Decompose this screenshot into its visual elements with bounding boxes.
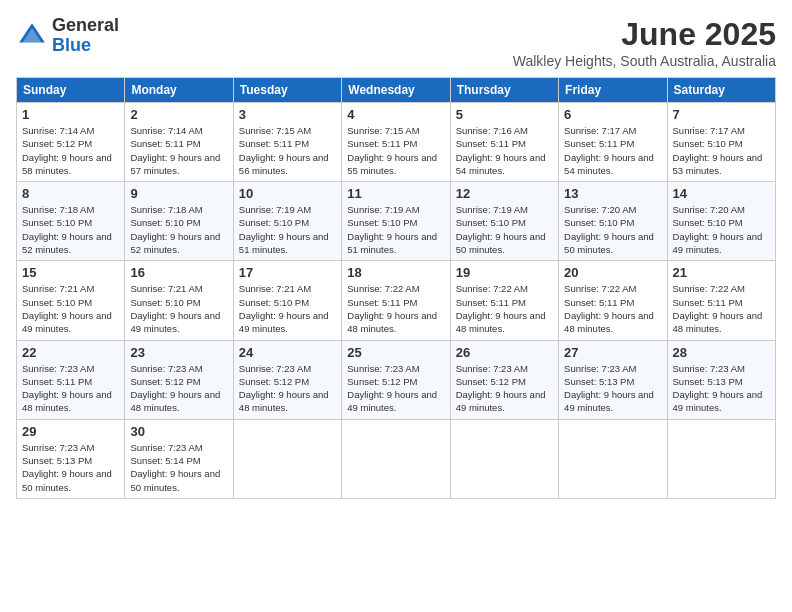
day-detail: Sunrise: 7:20 AMSunset: 5:10 PMDaylight:… (673, 204, 763, 255)
day-number: 23 (130, 345, 227, 360)
day-detail: Sunrise: 7:21 AMSunset: 5:10 PMDaylight:… (239, 283, 329, 334)
calendar-cell (450, 419, 558, 498)
day-detail: Sunrise: 7:23 AMSunset: 5:12 PMDaylight:… (239, 363, 329, 414)
day-detail: Sunrise: 7:23 AMSunset: 5:13 PMDaylight:… (564, 363, 654, 414)
location-title: Walkley Heights, South Australia, Austra… (513, 53, 776, 69)
title-area: June 2025 Walkley Heights, South Austral… (513, 16, 776, 69)
day-detail: Sunrise: 7:19 AMSunset: 5:10 PMDaylight:… (456, 204, 546, 255)
header-row: SundayMondayTuesdayWednesdayThursdayFrid… (17, 78, 776, 103)
day-number: 11 (347, 186, 444, 201)
day-number: 25 (347, 345, 444, 360)
header-wednesday: Wednesday (342, 78, 450, 103)
day-number: 7 (673, 107, 770, 122)
calendar-cell: 4 Sunrise: 7:15 AMSunset: 5:11 PMDayligh… (342, 103, 450, 182)
logo-text: General Blue (52, 16, 119, 56)
calendar-cell: 26 Sunrise: 7:23 AMSunset: 5:12 PMDaylig… (450, 340, 558, 419)
header-thursday: Thursday (450, 78, 558, 103)
header-tuesday: Tuesday (233, 78, 341, 103)
calendar-cell (559, 419, 667, 498)
calendar-cell: 5 Sunrise: 7:16 AMSunset: 5:11 PMDayligh… (450, 103, 558, 182)
day-detail: Sunrise: 7:18 AMSunset: 5:10 PMDaylight:… (22, 204, 112, 255)
day-detail: Sunrise: 7:20 AMSunset: 5:10 PMDaylight:… (564, 204, 654, 255)
day-detail: Sunrise: 7:23 AMSunset: 5:12 PMDaylight:… (456, 363, 546, 414)
calendar-cell: 15 Sunrise: 7:21 AMSunset: 5:10 PMDaylig… (17, 261, 125, 340)
day-number: 29 (22, 424, 119, 439)
week-row-4: 22 Sunrise: 7:23 AMSunset: 5:11 PMDaylig… (17, 340, 776, 419)
day-number: 27 (564, 345, 661, 360)
day-number: 22 (22, 345, 119, 360)
calendar-cell: 9 Sunrise: 7:18 AMSunset: 5:10 PMDayligh… (125, 182, 233, 261)
header-friday: Friday (559, 78, 667, 103)
day-number: 2 (130, 107, 227, 122)
day-number: 1 (22, 107, 119, 122)
calendar-cell: 19 Sunrise: 7:22 AMSunset: 5:11 PMDaylig… (450, 261, 558, 340)
calendar-cell: 28 Sunrise: 7:23 AMSunset: 5:13 PMDaylig… (667, 340, 775, 419)
day-detail: Sunrise: 7:23 AMSunset: 5:12 PMDaylight:… (347, 363, 437, 414)
day-number: 8 (22, 186, 119, 201)
day-number: 28 (673, 345, 770, 360)
week-row-3: 15 Sunrise: 7:21 AMSunset: 5:10 PMDaylig… (17, 261, 776, 340)
day-number: 13 (564, 186, 661, 201)
day-number: 21 (673, 265, 770, 280)
day-number: 15 (22, 265, 119, 280)
calendar-cell (342, 419, 450, 498)
day-detail: Sunrise: 7:21 AMSunset: 5:10 PMDaylight:… (22, 283, 112, 334)
calendar-cell: 10 Sunrise: 7:19 AMSunset: 5:10 PMDaylig… (233, 182, 341, 261)
day-detail: Sunrise: 7:17 AMSunset: 5:11 PMDaylight:… (564, 125, 654, 176)
header: General Blue June 2025 Walkley Heights, … (16, 16, 776, 69)
day-detail: Sunrise: 7:22 AMSunset: 5:11 PMDaylight:… (673, 283, 763, 334)
day-detail: Sunrise: 7:23 AMSunset: 5:11 PMDaylight:… (22, 363, 112, 414)
calendar-table: SundayMondayTuesdayWednesdayThursdayFrid… (16, 77, 776, 499)
calendar-cell: 1 Sunrise: 7:14 AMSunset: 5:12 PMDayligh… (17, 103, 125, 182)
day-number: 20 (564, 265, 661, 280)
day-number: 9 (130, 186, 227, 201)
day-number: 4 (347, 107, 444, 122)
day-number: 14 (673, 186, 770, 201)
day-detail: Sunrise: 7:18 AMSunset: 5:10 PMDaylight:… (130, 204, 220, 255)
day-number: 5 (456, 107, 553, 122)
day-number: 26 (456, 345, 553, 360)
day-detail: Sunrise: 7:15 AMSunset: 5:11 PMDaylight:… (239, 125, 329, 176)
day-number: 3 (239, 107, 336, 122)
day-detail: Sunrise: 7:19 AMSunset: 5:10 PMDaylight:… (239, 204, 329, 255)
calendar-cell (233, 419, 341, 498)
week-row-5: 29 Sunrise: 7:23 AMSunset: 5:13 PMDaylig… (17, 419, 776, 498)
calendar-cell: 2 Sunrise: 7:14 AMSunset: 5:11 PMDayligh… (125, 103, 233, 182)
week-row-1: 1 Sunrise: 7:14 AMSunset: 5:12 PMDayligh… (17, 103, 776, 182)
calendar-cell: 14 Sunrise: 7:20 AMSunset: 5:10 PMDaylig… (667, 182, 775, 261)
calendar-cell: 22 Sunrise: 7:23 AMSunset: 5:11 PMDaylig… (17, 340, 125, 419)
calendar-cell: 12 Sunrise: 7:19 AMSunset: 5:10 PMDaylig… (450, 182, 558, 261)
calendar-cell: 16 Sunrise: 7:21 AMSunset: 5:10 PMDaylig… (125, 261, 233, 340)
day-detail: Sunrise: 7:23 AMSunset: 5:12 PMDaylight:… (130, 363, 220, 414)
day-detail: Sunrise: 7:15 AMSunset: 5:11 PMDaylight:… (347, 125, 437, 176)
calendar-cell: 21 Sunrise: 7:22 AMSunset: 5:11 PMDaylig… (667, 261, 775, 340)
calendar-cell: 13 Sunrise: 7:20 AMSunset: 5:10 PMDaylig… (559, 182, 667, 261)
day-detail: Sunrise: 7:22 AMSunset: 5:11 PMDaylight:… (564, 283, 654, 334)
calendar-cell: 6 Sunrise: 7:17 AMSunset: 5:11 PMDayligh… (559, 103, 667, 182)
day-detail: Sunrise: 7:23 AMSunset: 5:14 PMDaylight:… (130, 442, 220, 493)
day-detail: Sunrise: 7:21 AMSunset: 5:10 PMDaylight:… (130, 283, 220, 334)
day-detail: Sunrise: 7:14 AMSunset: 5:11 PMDaylight:… (130, 125, 220, 176)
day-number: 6 (564, 107, 661, 122)
calendar-cell: 8 Sunrise: 7:18 AMSunset: 5:10 PMDayligh… (17, 182, 125, 261)
logo-icon (16, 20, 48, 52)
day-number: 19 (456, 265, 553, 280)
month-title: June 2025 (513, 16, 776, 53)
day-number: 18 (347, 265, 444, 280)
header-monday: Monday (125, 78, 233, 103)
day-number: 10 (239, 186, 336, 201)
calendar-cell: 7 Sunrise: 7:17 AMSunset: 5:10 PMDayligh… (667, 103, 775, 182)
day-detail: Sunrise: 7:14 AMSunset: 5:12 PMDaylight:… (22, 125, 112, 176)
calendar-cell: 18 Sunrise: 7:22 AMSunset: 5:11 PMDaylig… (342, 261, 450, 340)
calendar-cell: 24 Sunrise: 7:23 AMSunset: 5:12 PMDaylig… (233, 340, 341, 419)
logo: General Blue (16, 16, 119, 56)
header-sunday: Sunday (17, 78, 125, 103)
day-detail: Sunrise: 7:23 AMSunset: 5:13 PMDaylight:… (22, 442, 112, 493)
day-detail: Sunrise: 7:16 AMSunset: 5:11 PMDaylight:… (456, 125, 546, 176)
header-saturday: Saturday (667, 78, 775, 103)
day-number: 24 (239, 345, 336, 360)
day-detail: Sunrise: 7:17 AMSunset: 5:10 PMDaylight:… (673, 125, 763, 176)
day-number: 16 (130, 265, 227, 280)
calendar-cell: 25 Sunrise: 7:23 AMSunset: 5:12 PMDaylig… (342, 340, 450, 419)
day-number: 17 (239, 265, 336, 280)
